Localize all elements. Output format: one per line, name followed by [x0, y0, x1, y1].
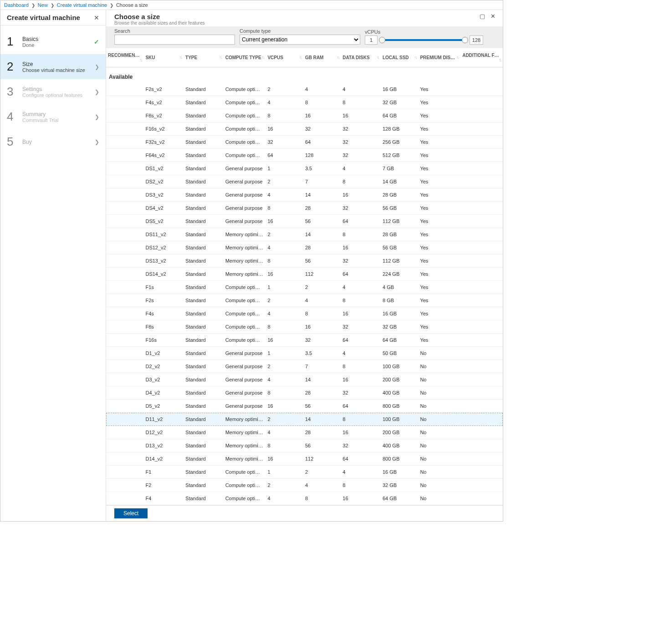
cell	[460, 466, 503, 479]
column-header[interactable]: PREMIUM DIS…↑↓	[418, 48, 460, 67]
cell: Memory optimized	[224, 228, 266, 241]
cell	[106, 149, 143, 162]
cell	[106, 373, 143, 386]
cell	[106, 400, 143, 413]
size-row[interactable]: DS1_v2StandardGeneral purpose13.547 GBYe…	[106, 162, 503, 175]
wizard-step-1[interactable]: 1BasicsDone✓	[0, 29, 106, 54]
breadcrumb-link[interactable]: Create virtual machine	[57, 2, 107, 8]
cell: 4	[266, 373, 303, 386]
cell: 8	[266, 254, 303, 268]
vcpu-min[interactable]: 1	[365, 35, 378, 45]
size-row[interactable]: DS2_v2StandardGeneral purpose27814 GBYes	[106, 175, 503, 188]
size-row[interactable]: D13_v2StandardMemory optimized85632400 G…	[106, 439, 503, 452]
size-row[interactable]: F4StandardCompute optimized481664 GBNo	[106, 492, 503, 505]
cell	[106, 202, 143, 215]
wizard-step-3[interactable]: 3SettingsConfigure optional features❯	[0, 79, 106, 104]
cell: Standard	[184, 83, 224, 96]
cell: Standard	[184, 136, 224, 149]
cell: Yes	[418, 202, 460, 215]
size-row[interactable]: F1StandardCompute optimized12416 GBNo	[106, 466, 503, 479]
column-header[interactable]: DATA DISKS↑↓	[341, 48, 381, 67]
vcpu-max[interactable]: 128	[470, 35, 483, 45]
size-row[interactable]: F2StandardCompute optimized24832 GBNo	[106, 479, 503, 492]
column-header[interactable]: VCPUS↑↓	[266, 48, 303, 67]
cell	[106, 439, 143, 452]
cell	[460, 400, 503, 413]
vcpu-slider[interactable]	[380, 35, 467, 45]
slider-knob-right-icon[interactable]	[462, 37, 468, 43]
cell: 56 GB	[381, 241, 418, 254]
size-row[interactable]: DS11_v2StandardMemory optimized214828 GB…	[106, 228, 503, 241]
breadcrumb-current: Choose a size	[116, 2, 148, 8]
size-row[interactable]: D3_v2StandardGeneral purpose41416200 GBN…	[106, 373, 503, 386]
cell	[460, 452, 503, 466]
size-row[interactable]: D12_v2StandardMemory optimized42816200 G…	[106, 426, 503, 439]
cell: 16	[303, 320, 341, 334]
cell: No	[418, 360, 460, 373]
cell: Standard	[184, 254, 224, 268]
size-row[interactable]: DS12_v2StandardMemory optimized4281656 G…	[106, 241, 503, 254]
close-icon[interactable]: ✕	[94, 14, 99, 21]
cell	[106, 426, 143, 439]
wizard-step-5[interactable]: 5Buy❯	[0, 129, 106, 154]
size-row[interactable]: F8sStandardCompute optimized8163232 GBYe…	[106, 320, 503, 334]
column-header[interactable]: SKU↑↓	[143, 48, 184, 67]
compute-type-select[interactable]: Current generation	[240, 35, 360, 45]
maximize-icon[interactable]: ▢	[480, 13, 485, 20]
cell: DS1_v2	[143, 162, 184, 175]
size-row[interactable]: D4_v2StandardGeneral purpose82832400 GBN…	[106, 386, 503, 400]
wizard-sidebar: Create virtual machine ✕ 1BasicsDone✓2Si…	[0, 10, 106, 521]
cell: 2	[266, 413, 303, 426]
cell: Standard	[184, 294, 224, 307]
size-row[interactable]: F2sStandardCompute optimized2488 GBYes	[106, 294, 503, 307]
size-row[interactable]: D2_v2StandardGeneral purpose278100 GBNo	[106, 360, 503, 373]
size-row[interactable]: D1_v2StandardGeneral purpose13.5450 GBNo	[106, 347, 503, 360]
size-row[interactable]: DS3_v2StandardGeneral purpose4141628 GBY…	[106, 188, 503, 202]
sidebar-title: Create virtual machine	[7, 14, 80, 21]
cell: 8	[341, 175, 381, 188]
cell	[106, 307, 143, 320]
size-row[interactable]: DS14_v2StandardMemory optimized161126422…	[106, 268, 503, 281]
cell: 16	[341, 241, 381, 254]
cell: 64	[341, 334, 381, 347]
column-header[interactable]: COMPUTE TYPE↑↓	[224, 48, 266, 67]
size-row[interactable]: D5_v2StandardGeneral purpose165664800 GB…	[106, 400, 503, 413]
wizard-step-2[interactable]: 2SizeChoose virtual machine size❯	[0, 54, 106, 79]
cell: 8 GB	[381, 294, 418, 307]
search-input[interactable]	[114, 35, 235, 45]
cell: Standard	[184, 228, 224, 241]
slider-knob-left-icon[interactable]	[379, 37, 385, 43]
size-row[interactable]: F64s_v2StandardCompute optimized64128325…	[106, 149, 503, 162]
cell: 8	[341, 479, 381, 492]
cell	[460, 254, 503, 268]
column-header[interactable]: ADDITIONAL F…↑↓	[460, 48, 503, 67]
column-header[interactable]: TYPE↑↓	[184, 48, 224, 67]
column-header[interactable]: LOCAL SSD↑↓	[381, 48, 418, 67]
cell	[460, 334, 503, 347]
size-row[interactable]: F4s_v2StandardCompute optimized48832 GBY…	[106, 96, 503, 109]
cell: No	[418, 439, 460, 452]
size-row[interactable]: F4sStandardCompute optimized481616 GBYes	[106, 307, 503, 320]
size-row[interactable]: F8s_v2StandardCompute optimized8161664 G…	[106, 109, 503, 122]
size-row[interactable]: DS13_v2StandardMemory optimized85632112 …	[106, 254, 503, 268]
size-row[interactable]: DS4_v2StandardGeneral purpose8283256 GBY…	[106, 202, 503, 215]
breadcrumb-link[interactable]: New	[38, 2, 48, 8]
size-row[interactable]: D14_v2StandardMemory optimized1611264800…	[106, 452, 503, 466]
select-button[interactable]: Select	[114, 508, 148, 518]
cell	[460, 268, 503, 281]
close-icon[interactable]: ✕	[490, 13, 496, 20]
wizard-step-4[interactable]: 4SummaryCommvault Trial❯	[0, 104, 106, 129]
column-header[interactable]: RECOMMENDE…↑↓	[106, 48, 143, 67]
size-row[interactable]: DS5_v2StandardGeneral purpose165664112 G…	[106, 215, 503, 228]
size-row[interactable]: F16sStandardCompute optimized16326464 GB…	[106, 334, 503, 347]
size-row[interactable]: F1sStandardCompute optimized1244 GBYes	[106, 281, 503, 294]
column-header[interactable]: GB RAM↑↓	[303, 48, 341, 67]
size-row[interactable]: F32s_v2StandardCompute optimized32643225…	[106, 136, 503, 149]
cell: Standard	[184, 122, 224, 136]
size-row[interactable]: F16s_v2StandardCompute optimized16323212…	[106, 122, 503, 136]
breadcrumb-link[interactable]: Dashboard	[4, 2, 29, 8]
cell: 4	[303, 479, 341, 492]
size-row[interactable]: F2s_v2StandardCompute optimized24416 GBY…	[106, 83, 503, 96]
size-row[interactable]: D11_v2StandardMemory optimized2148100 GB…	[106, 413, 503, 426]
chevron-right-icon: ❯	[95, 89, 99, 95]
